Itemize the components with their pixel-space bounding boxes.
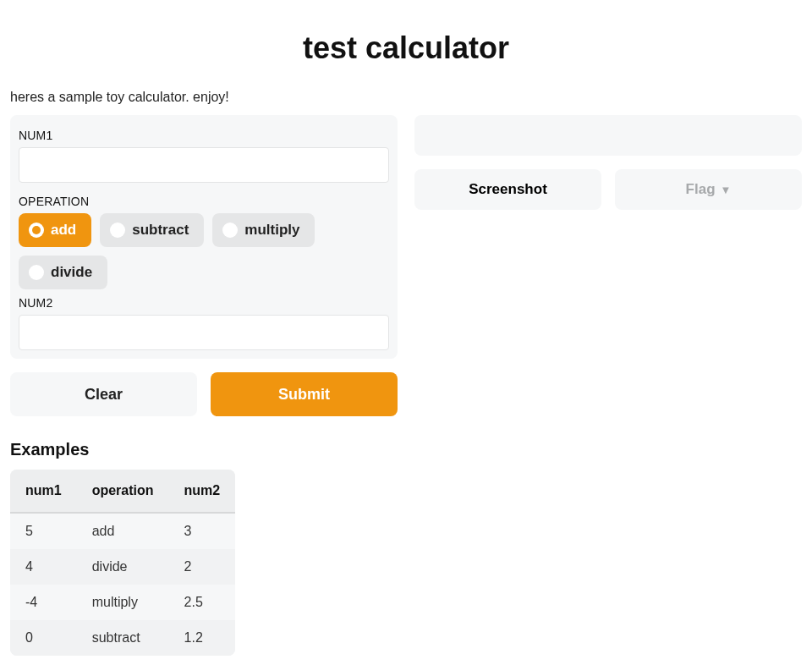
table-row[interactable]: 0 subtract 1.2	[10, 620, 235, 656]
flag-button-label: Flag	[686, 181, 716, 198]
cell-num2: 2	[169, 549, 236, 585]
cell-num1: 0	[10, 620, 77, 656]
num1-input[interactable]	[19, 147, 389, 183]
cell-num1: 5	[10, 513, 77, 549]
radio-dot-icon	[29, 223, 44, 238]
num2-label: NUM2	[19, 296, 389, 310]
operation-option-label: add	[51, 222, 76, 239]
cell-num2: 1.2	[169, 620, 236, 656]
table-row[interactable]: 4 divide 2	[10, 549, 235, 585]
examples-col-num2: num2	[169, 470, 236, 513]
operation-option-label: divide	[51, 264, 92, 281]
operation-option-subtract[interactable]: subtract	[100, 213, 204, 247]
radio-dot-icon	[222, 223, 238, 238]
operation-option-add[interactable]: add	[19, 213, 91, 247]
cell-num1: -4	[10, 585, 77, 620]
page-title: test calculator	[10, 30, 802, 66]
operation-option-label: subtract	[132, 222, 189, 239]
chevron-down-icon: ▼	[721, 184, 732, 195]
submit-button[interactable]: Submit	[211, 372, 398, 416]
screenshot-button-label: Screenshot	[469, 181, 547, 198]
examples-col-operation: operation	[77, 470, 169, 513]
flag-button[interactable]: Flag ▼	[615, 169, 802, 210]
cell-num2: 3	[169, 513, 236, 549]
cell-num1: 4	[10, 549, 77, 585]
examples-col-num1: num1	[10, 470, 77, 513]
cell-operation: add	[77, 513, 169, 549]
cell-operation: multiply	[77, 585, 169, 620]
input-panel: NUM1 OPERATION add subtract multiply	[10, 115, 398, 359]
operation-option-divide[interactable]: divide	[19, 256, 107, 289]
page-subtitle: heres a sample toy calculator. enjoy!	[10, 90, 802, 105]
examples-heading: Examples	[10, 440, 398, 459]
operation-option-label: multiply	[244, 222, 299, 239]
num2-input[interactable]	[19, 315, 389, 350]
clear-button[interactable]: Clear	[10, 372, 197, 416]
cell-num2: 2.5	[169, 585, 236, 620]
cell-operation: divide	[77, 549, 169, 585]
cell-operation: subtract	[77, 620, 169, 656]
radio-dot-icon	[29, 265, 44, 280]
operation-radio-group: add subtract multiply divide	[19, 213, 389, 289]
output-box	[414, 115, 802, 156]
examples-table: num1 operation num2 5 add 3 4 divide 2	[10, 470, 235, 656]
num1-label: NUM1	[19, 129, 389, 142]
radio-dot-icon	[110, 223, 125, 238]
operation-option-multiply[interactable]: multiply	[212, 213, 315, 247]
operation-label: OPERATION	[19, 195, 389, 208]
table-row[interactable]: -4 multiply 2.5	[10, 585, 235, 620]
table-row[interactable]: 5 add 3	[10, 513, 235, 549]
screenshot-button[interactable]: Screenshot	[414, 169, 601, 210]
